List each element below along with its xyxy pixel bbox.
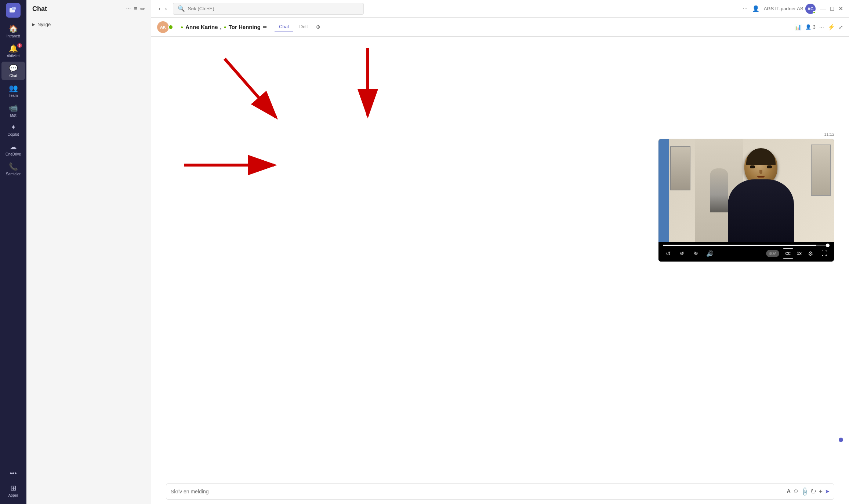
back-button[interactable]: ‹ bbox=[157, 4, 162, 14]
emoji-icon[interactable]: ☺ bbox=[793, 488, 799, 496]
nylige-arrow-icon: ▶ bbox=[32, 22, 35, 26]
volume-button[interactable]: 🔊 bbox=[705, 248, 715, 259]
fullscreen-button[interactable]: ⛶ bbox=[819, 248, 830, 259]
video-player[interactable]: ↺ ↺ 10 ↻ 10 bbox=[658, 139, 834, 262]
chat-panel-more-icon[interactable]: ··· bbox=[126, 6, 131, 12]
sidebar-label-samtaler: Samtaler bbox=[6, 172, 21, 176]
header-more-icon[interactable]: ··· bbox=[819, 24, 824, 30]
message-time: 11:12 bbox=[166, 132, 834, 136]
participants-count[interactable]: 👤 3 bbox=[805, 24, 815, 30]
sidebar-item-more[interactable]: ••• bbox=[1, 468, 25, 480]
bell-icon: 🔔 bbox=[9, 44, 18, 53]
video-thumbnail bbox=[658, 139, 834, 242]
main-content: ‹ › 🔍 ··· 👤 AGS IT-partner AS AG — □ ✕ bbox=[151, 0, 849, 504]
sidebar-item-team[interactable]: 👥 Team bbox=[1, 81, 25, 100]
sidebar-item-copilot[interactable]: ✦ Copilot bbox=[1, 121, 25, 139]
forward-button[interactable]: › bbox=[163, 4, 168, 14]
nav-arrows: ‹ › bbox=[157, 4, 168, 14]
person2-online-icon: ● bbox=[224, 25, 226, 30]
sidebar-label-chat: Chat bbox=[9, 74, 17, 78]
search-bar[interactable]: 🔍 bbox=[173, 3, 364, 15]
sidebar-label-mot: Møt bbox=[10, 113, 16, 117]
unread-indicator bbox=[839, 438, 843, 442]
person2-name: Tor Henning bbox=[229, 24, 261, 30]
sidebar-item-aktivitet[interactable]: 🔔 6 Aktivitet bbox=[1, 42, 25, 60]
sidebar-item-chat[interactable]: 💬 Chat bbox=[1, 62, 25, 80]
video-progress-handle[interactable] bbox=[826, 244, 830, 247]
chat-icon: 💬 bbox=[9, 64, 18, 73]
sidebar-item-apps[interactable]: ⊞ Apper bbox=[1, 481, 25, 500]
loop-icon[interactable]: ⭮ bbox=[810, 488, 816, 496]
person-in-video bbox=[724, 146, 798, 242]
video-progress-bar[interactable] bbox=[663, 245, 830, 246]
nylige-label: Nylige bbox=[37, 22, 51, 27]
tab-delt[interactable]: Delt bbox=[295, 22, 312, 32]
video-control-buttons: ↺ ↺ 10 ↻ 10 bbox=[663, 248, 830, 259]
apps-add-icon: ⊞ bbox=[10, 483, 17, 492]
add-tab-button[interactable]: ⊕ bbox=[314, 22, 323, 32]
maximize-button[interactable]: □ bbox=[830, 6, 834, 12]
user-profile-icon[interactable]: 👤 bbox=[752, 5, 759, 12]
person1-online-dot bbox=[168, 25, 173, 30]
nylige-toggle[interactable]: ▶ Nylige bbox=[26, 19, 151, 29]
company-name: AGS IT-partner AS bbox=[764, 6, 803, 11]
speed-button[interactable]: 1x bbox=[797, 251, 802, 256]
format-text-icon[interactable]: A bbox=[787, 488, 791, 496]
add-icon[interactable]: + bbox=[819, 488, 823, 496]
search-icon: 🔍 bbox=[178, 5, 185, 12]
chat-panel-header: Chat ··· ≡ ✏ bbox=[26, 0, 151, 18]
sidebar-item-onedrive[interactable]: ☁ OneDrive bbox=[1, 140, 25, 158]
top-nav: ‹ › 🔍 ··· 👤 AGS IT-partner AS AG — □ ✕ bbox=[151, 0, 849, 18]
message-input-box[interactable]: A ☺ 📎 ⭮ + ➤ bbox=[166, 483, 834, 500]
person1-name: Anne Karine bbox=[185, 24, 218, 30]
send-button[interactable]: ➤ bbox=[825, 488, 830, 496]
onedrive-icon: ☁ bbox=[10, 142, 17, 151]
minimize-button[interactable]: — bbox=[820, 6, 826, 12]
chat-header-right: 📊 👤 3 ··· ⚡ ⤢ bbox=[794, 23, 843, 30]
settings-button[interactable]: ⚙ bbox=[805, 248, 816, 259]
copilot-icon: ✦ bbox=[11, 123, 16, 131]
left-poster bbox=[670, 146, 690, 190]
copilot-header-icon[interactable]: ⚡ bbox=[828, 23, 835, 30]
message-block: 11:12 bbox=[166, 132, 834, 262]
chat-compose-icon[interactable]: ✏ bbox=[140, 6, 145, 12]
sidebar-label-intranett: Intranett bbox=[7, 34, 20, 38]
online-status-dot bbox=[813, 11, 816, 14]
edit-names-button[interactable]: ✏ bbox=[263, 24, 267, 30]
top-nav-right: ··· 👤 AGS IT-partner AS AG — □ ✕ bbox=[743, 4, 843, 14]
sidebar-item-mot[interactable]: 📹 Møt bbox=[1, 101, 25, 120]
expand-icon[interactable]: ⤢ bbox=[839, 24, 843, 30]
chat-names: ● Anne Karine , ● Tor Henning ✏ bbox=[181, 24, 267, 30]
sidebar-item-samtaler[interactable]: 📞 Samtaler bbox=[1, 160, 25, 178]
right-poster bbox=[811, 145, 831, 196]
user-info: AGS IT-partner AS AG bbox=[764, 4, 816, 14]
back10-button[interactable]: ↺ 10 bbox=[677, 248, 687, 259]
attach-icon[interactable]: 📎 bbox=[799, 486, 810, 497]
cc-button[interactable]: CC bbox=[783, 248, 793, 259]
tab-chat[interactable]: Chat bbox=[275, 22, 293, 32]
avatar[interactable]: AG bbox=[805, 4, 816, 14]
chat-tabs: Chat Delt ⊕ bbox=[275, 22, 323, 32]
chat-panel-actions: ··· ≡ ✏ bbox=[126, 6, 145, 12]
audio-icon[interactable]: 📊 bbox=[794, 23, 802, 30]
rewind-button[interactable]: ↺ bbox=[663, 248, 673, 259]
chat-filter-icon[interactable]: ≡ bbox=[134, 6, 137, 12]
sidebar-label-copilot: Copilot bbox=[7, 132, 19, 136]
svg-line-6 bbox=[225, 59, 276, 117]
nylige-section: ▶ Nylige bbox=[26, 18, 151, 31]
team-icon: 👥 bbox=[9, 84, 18, 92]
cloud-icon: BOA bbox=[766, 250, 779, 257]
forward10-button[interactable]: ↻ 10 bbox=[691, 248, 701, 259]
teams-logo[interactable] bbox=[6, 3, 21, 18]
video-controls: ↺ ↺ 10 ↻ 10 bbox=[658, 242, 834, 262]
search-input[interactable] bbox=[188, 6, 359, 11]
more-actions-icon[interactable]: ··· bbox=[743, 6, 747, 12]
chat-header: AK ● Anne Karine , ● Tor Henning ✏ Chat … bbox=[151, 18, 849, 37]
message-icons: A ☺ 📎 ⭮ + ➤ bbox=[787, 488, 830, 496]
message-input[interactable] bbox=[171, 489, 784, 494]
sidebar-label-onedrive: OneDrive bbox=[6, 152, 21, 156]
sidebar-item-intranett[interactable]: 🏠 Intranett bbox=[1, 22, 25, 40]
person1-online-icon: ● bbox=[181, 25, 183, 30]
close-button[interactable]: ✕ bbox=[838, 5, 843, 12]
messages-area[interactable]: 11:12 bbox=[151, 37, 849, 479]
